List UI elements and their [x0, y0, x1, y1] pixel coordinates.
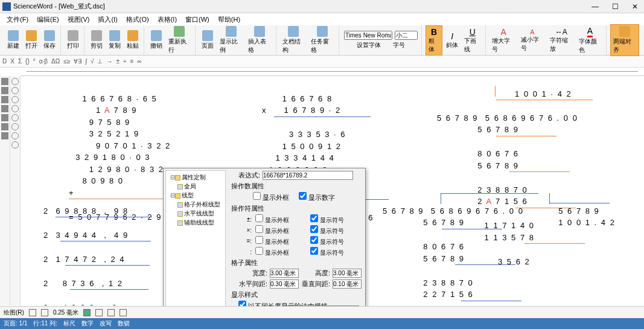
- sym-item[interactable]: X: [10, 58, 14, 65]
- height-input[interactable]: [333, 269, 362, 278]
- tool-x2[interactable]: [1, 123, 8, 130]
- tool-text[interactable]: [1, 105, 8, 112]
- draw-tool[interactable]: [41, 309, 48, 316]
- chk-col-outer[interactable]: [255, 247, 263, 255]
- close-button[interactable]: ✕: [628, 2, 642, 11]
- sym-item[interactable]: ≡: [130, 58, 133, 65]
- sym-item[interactable]: ÷: [123, 58, 127, 65]
- chk-show-digits[interactable]: [299, 192, 307, 200]
- cut-button[interactable]: 剪切: [88, 29, 105, 51]
- italic-button[interactable]: I斜体: [444, 30, 461, 51]
- sym-item[interactable]: ∀∃: [74, 58, 81, 65]
- print-button[interactable]: 打印: [65, 29, 81, 51]
- undo-button[interactable]: 撤销: [148, 29, 165, 51]
- chk-pm-sym[interactable]: [310, 214, 318, 222]
- sym-item[interactable]: {}: [25, 58, 30, 65]
- menu-format[interactable]: 格式(O): [123, 14, 152, 25]
- status-ins[interactable]: 改写: [100, 319, 112, 328]
- chk-mul-sym[interactable]: [310, 225, 318, 233]
- maximize-button[interactable]: ☐: [608, 2, 622, 11]
- font-size-input[interactable]: [395, 31, 418, 40]
- sym-item[interactable]: D: [2, 58, 7, 65]
- horizontal-ruler[interactable]: [21, 68, 644, 76]
- tool-shape[interactable]: [11, 132, 19, 139]
- justify-button[interactable]: 两端对齐: [610, 24, 639, 56]
- insert-table-button[interactable]: 插入表格: [246, 25, 273, 56]
- minimize-button[interactable]: —: [588, 2, 602, 11]
- tree-customize[interactable]: ⊟属性定制: [168, 173, 223, 182]
- tool-curve[interactable]: [11, 114, 19, 121]
- tree-guide-line[interactable]: 辅助线线型: [168, 218, 223, 227]
- status-ruler[interactable]: 标尺: [63, 319, 75, 328]
- bold-button[interactable]: B粗体: [426, 25, 442, 56]
- sym-item[interactable]: ⊥: [97, 58, 103, 65]
- menu-file[interactable]: 文件(F): [4, 14, 31, 25]
- ratio-button[interactable]: 显示比例: [217, 25, 244, 56]
- draw-tool[interactable]: [29, 309, 36, 316]
- sym-item[interactable]: °: [33, 58, 36, 65]
- chk-eq-outer[interactable]: [255, 236, 263, 244]
- save-button[interactable]: 保存: [41, 29, 58, 51]
- struct-button[interactable]: 文档结构: [280, 25, 308, 56]
- tool-ellipse[interactable]: [11, 87, 19, 94]
- menu-view[interactable]: 视图(V): [65, 14, 93, 25]
- draw-menu[interactable]: 绘图(R): [4, 308, 24, 317]
- tool-circle[interactable]: [11, 78, 19, 85]
- chk-eq-sym[interactable]: [310, 236, 318, 244]
- chk-col-sym[interactable]: [310, 247, 318, 255]
- sym-item[interactable]: ≤≥: [63, 58, 70, 65]
- chk-mul-outer[interactable]: [255, 225, 263, 233]
- expr-input[interactable]: [263, 171, 353, 180]
- sym-item[interactable]: ∫: [85, 58, 87, 65]
- tree-grid-outer-line[interactable]: 格子外框线型: [168, 200, 223, 209]
- copy-button[interactable]: 复制: [106, 29, 123, 51]
- status-lock[interactable]: 数锁: [118, 319, 130, 328]
- vspace-input[interactable]: [333, 279, 362, 289]
- new-button[interactable]: 新建: [5, 29, 22, 51]
- sym-item[interactable]: ±: [116, 58, 120, 65]
- draw-tool[interactable]: [83, 309, 91, 316]
- redo-button[interactable]: 重新执行: [166, 25, 193, 56]
- open-button[interactable]: 打开: [23, 29, 40, 51]
- draw-tool[interactable]: [107, 309, 115, 316]
- tree-horizontal-line[interactable]: 水平线线型: [168, 209, 223, 218]
- sym-item[interactable]: α·β: [39, 58, 48, 65]
- paste-button[interactable]: 粘贴: [124, 29, 141, 51]
- tool-arc[interactable]: [11, 105, 19, 112]
- smaller-button[interactable]: A减小字号: [518, 27, 546, 54]
- charscale-button[interactable]: ↔A字符缩放: [547, 27, 575, 54]
- tool-poly[interactable]: [11, 96, 19, 103]
- menu-help[interactable]: 帮助(H): [215, 14, 243, 25]
- sym-item[interactable]: Σ: [18, 58, 22, 65]
- sym-item[interactable]: √: [91, 58, 94, 65]
- hspace-input[interactable]: [270, 279, 299, 289]
- taskpane-button[interactable]: 任务窗格: [308, 25, 336, 56]
- tool-line[interactable]: [1, 78, 8, 85]
- status-num[interactable]: 数字: [81, 319, 94, 328]
- menu-window[interactable]: 窗口(W): [182, 14, 212, 25]
- chk-pm-outer[interactable]: [255, 214, 263, 222]
- width-input[interactable]: [270, 269, 299, 278]
- tool-ch[interactable]: [1, 114, 8, 121]
- underline-button[interactable]: U下画线: [462, 26, 483, 55]
- color-button[interactable]: A字体颜色: [576, 25, 604, 56]
- tool-sq[interactable]: [11, 141, 19, 149]
- sym-item[interactable]: →: [106, 58, 112, 65]
- menu-table[interactable]: 表格(I): [155, 14, 180, 25]
- tool-angle[interactable]: [11, 123, 19, 130]
- chk-show-outer[interactable]: [253, 192, 261, 200]
- tool-x1[interactable]: [1, 132, 8, 139]
- draw-tool[interactable]: [95, 309, 103, 316]
- tool-rect[interactable]: [1, 87, 8, 94]
- font-family-input[interactable]: [344, 31, 392, 40]
- sym-item[interactable]: ΔΩ: [51, 58, 60, 65]
- menu-edit[interactable]: 编辑(E): [34, 14, 62, 25]
- tree-global[interactable]: 全局: [168, 182, 223, 191]
- draw-tool[interactable]: [120, 309, 127, 316]
- tool-pen[interactable]: [1, 96, 8, 103]
- sym-item[interactable]: ∞: [137, 58, 141, 65]
- bigger-button[interactable]: A增大字号: [489, 26, 517, 55]
- pagesetup-button[interactable]: 页面: [199, 29, 216, 51]
- tree-linetype[interactable]: ⊟线型: [168, 191, 223, 200]
- menu-insert[interactable]: 插入(I): [95, 14, 120, 25]
